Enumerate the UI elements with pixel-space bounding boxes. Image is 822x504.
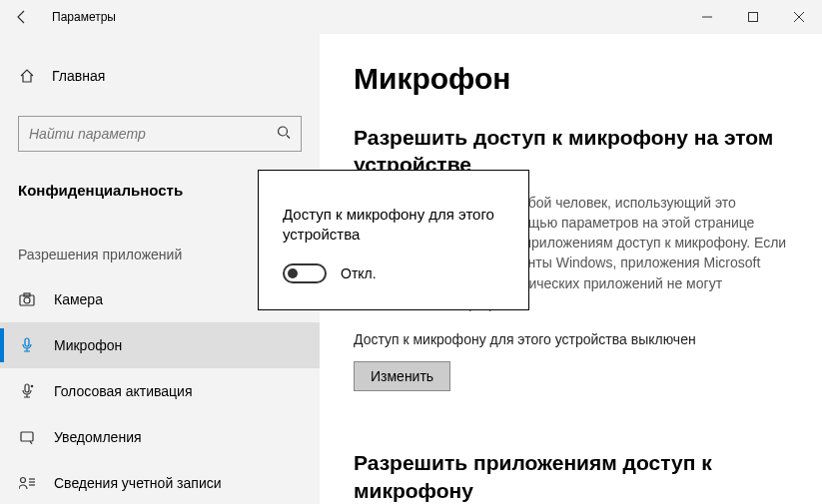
close-button[interactable] xyxy=(776,0,822,34)
nav-list: Камера Микрофон Голосовая активация xyxy=(0,276,320,504)
home-nav[interactable]: Главная xyxy=(0,58,320,94)
svg-point-7 xyxy=(24,297,30,303)
camera-icon xyxy=(18,292,36,306)
search-input[interactable] xyxy=(19,117,301,151)
mic-access-toggle[interactable] xyxy=(283,263,327,283)
toggle-row: Откл. xyxy=(283,263,504,283)
notifications-icon xyxy=(18,430,36,444)
mic-status-line: Доступ к микрофону для этого устройства … xyxy=(354,331,788,347)
section2-title: Разрешить приложениям доступ к микрофону xyxy=(354,449,788,504)
search-container xyxy=(18,116,302,152)
section2: Разрешить приложениям доступ к микрофону… xyxy=(354,449,788,504)
svg-rect-1 xyxy=(749,13,758,22)
toggle-state-label: Откл. xyxy=(341,265,377,281)
sidebar-item-label: Голосовая активация xyxy=(54,383,193,399)
home-icon xyxy=(18,68,36,84)
sidebar-item-voice-activation[interactable]: Голосовая активация xyxy=(0,368,320,414)
microphone-icon xyxy=(18,337,36,353)
account-info-icon xyxy=(18,476,36,490)
search-icon xyxy=(277,126,291,143)
sidebar-item-label: Микрофон xyxy=(54,337,122,353)
sidebar-item-label: Сведения учетной записи xyxy=(54,475,222,491)
svg-line-5 xyxy=(287,136,290,139)
sidebar-item-label: Камера xyxy=(54,291,103,307)
svg-point-11 xyxy=(31,385,34,388)
voice-activation-icon xyxy=(18,383,36,399)
svg-rect-9 xyxy=(25,338,29,346)
sidebar-item-account-info[interactable]: Сведения учетной записи xyxy=(0,460,320,504)
popup-title: Доступ к микрофону для этого устройства xyxy=(283,205,504,246)
svg-rect-10 xyxy=(25,384,29,392)
sidebar-item-microphone[interactable]: Микрофон xyxy=(0,322,320,368)
window-controls xyxy=(684,0,822,34)
page-title: Микрофон xyxy=(354,62,788,96)
window-title: Параметры xyxy=(52,10,116,24)
maximize-button[interactable] xyxy=(730,0,776,34)
home-label: Главная xyxy=(52,68,105,84)
titlebar: Параметры xyxy=(0,0,822,34)
sidebar-item-notifications[interactable]: Уведомления xyxy=(0,414,320,460)
sidebar-item-label: Уведомления xyxy=(54,429,142,445)
change-button[interactable]: Изменить xyxy=(354,361,450,391)
svg-point-13 xyxy=(21,478,26,483)
svg-rect-12 xyxy=(21,432,33,441)
mic-access-popup: Доступ к микрофону для этого устройства … xyxy=(258,170,529,310)
svg-point-4 xyxy=(279,127,288,136)
minimize-button[interactable] xyxy=(684,0,730,34)
back-button[interactable] xyxy=(0,0,44,34)
